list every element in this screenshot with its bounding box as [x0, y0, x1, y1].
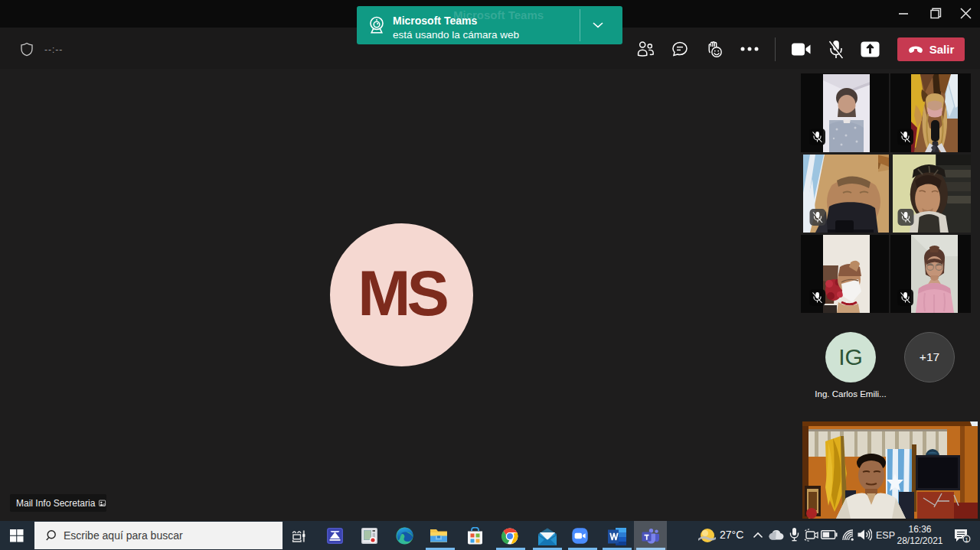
svg-text:1: 1 [965, 536, 969, 543]
